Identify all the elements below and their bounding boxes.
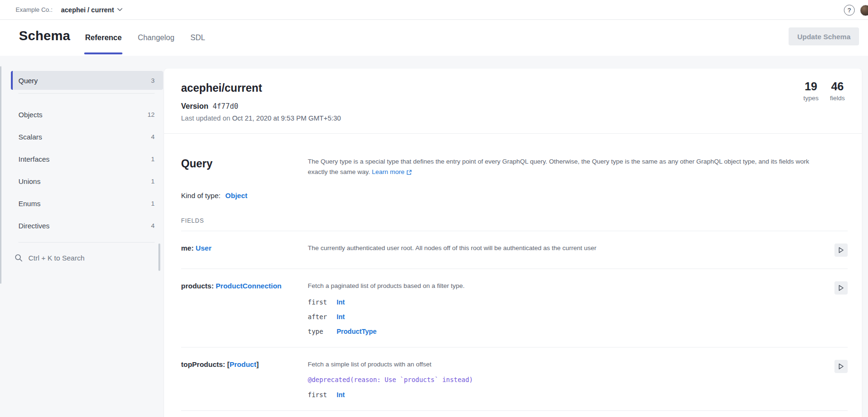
- type-description: The Query type is a special type that de…: [308, 156, 848, 177]
- field-row-me: me: User The currently authenticated use…: [181, 231, 848, 269]
- field-type-link[interactable]: Product: [230, 360, 257, 368]
- stat-value: 19: [805, 80, 817, 93]
- arg-type-link[interactable]: Int: [337, 298, 813, 306]
- sidebar-item-enums[interactable]: Enums 1: [11, 194, 163, 213]
- field-name: products:: [181, 282, 214, 290]
- graph-selector-value: acephei / current: [61, 6, 114, 14]
- field-detail: Fetch a paginated list of products based…: [308, 281, 834, 335]
- last-updated: Last updated on Oct 21, 2020 at 9:53 PM …: [181, 114, 845, 122]
- sidebar-item-count: 3: [151, 77, 155, 84]
- sidebar-item-count: 4: [151, 133, 155, 140]
- graph-summary: acephei/current Version 4f77d0 Last upda…: [164, 69, 862, 122]
- play-icon: [838, 363, 844, 370]
- run-in-explorer-button[interactable]: [834, 243, 848, 257]
- field-description: Fetch a paginated list of products based…: [308, 281, 813, 291]
- page-scrollbar-track: [0, 56, 1, 417]
- divider: [18, 93, 155, 94]
- field-name: topProducts:: [181, 360, 225, 368]
- sidebar-scrollbar-thumb[interactable]: [158, 243, 160, 271]
- field-type-link[interactable]: User: [196, 244, 211, 252]
- arg-name: type: [308, 328, 337, 335]
- tab-changelog[interactable]: Changelog: [137, 20, 175, 56]
- stat-label: fields: [830, 95, 845, 102]
- sidebar-item-label: Directives: [18, 222, 50, 230]
- sidebar-item-label: Query: [18, 77, 38, 85]
- arg-row-type: type ProductType: [308, 328, 813, 335]
- field-type-link[interactable]: ProductConnection: [216, 282, 281, 290]
- sidebar-item-query[interactable]: Query 3: [11, 71, 163, 90]
- sidebar-item-objects[interactable]: Objects 12: [11, 105, 163, 124]
- arg-type-link[interactable]: Int: [337, 313, 813, 321]
- kind-object-link[interactable]: Object: [226, 191, 248, 200]
- field-signature: products: ProductConnection: [181, 281, 308, 290]
- field-row-products: products: ProductConnection Fetch a pagi…: [181, 269, 848, 347]
- learn-more-link[interactable]: Learn more: [372, 167, 412, 177]
- last-updated-prefix: Last updated on: [181, 114, 230, 122]
- sidebar-item-label: Objects: [18, 111, 43, 119]
- sidebar-item-label: Enums: [18, 200, 41, 208]
- schema-reference-card: acephei/current Version 4f77d0 Last upda…: [164, 69, 862, 417]
- field-description: Fetch a simple list of products with an …: [308, 360, 813, 369]
- arg-name: first: [308, 391, 337, 399]
- arg-type-link[interactable]: Int: [337, 391, 813, 399]
- stat-fields: 46 fields: [830, 80, 845, 102]
- field-row-topproducts: topProducts: [Product] Fetch a simple li…: [181, 348, 848, 410]
- help-icon[interactable]: ?: [844, 5, 855, 16]
- update-schema-button[interactable]: Update Schema: [789, 27, 859, 45]
- deprecated-annotation: @deprecated(reason: Use `products` inste…: [308, 376, 813, 383]
- type-section-query: Query The Query type is a special type t…: [164, 134, 862, 411]
- tab-bar: Reference Changelog SDL: [84, 20, 206, 56]
- sidebar-item-directives[interactable]: Directives 4: [11, 216, 163, 235]
- search-trigger[interactable]: Ctrl + K to Search: [11, 248, 163, 267]
- field-signature: me: User: [181, 243, 308, 252]
- tab-sdl[interactable]: SDL: [190, 20, 206, 56]
- sidebar-item-label: Unions: [18, 177, 41, 185]
- top-bar: Example Co.: acephei / current ?: [0, 0, 868, 20]
- version-value: 4f77d0: [213, 102, 238, 111]
- sidebar-item-count: 1: [151, 156, 155, 163]
- external-link-icon: [407, 170, 412, 175]
- arg-type-link[interactable]: ProductType: [337, 328, 813, 335]
- stat-label: types: [803, 95, 818, 102]
- schema-type-sidebar: Query 3 Objects 12 Scalars 4 Interfaces …: [11, 56, 163, 417]
- page-scrollbar-thumb[interactable]: [0, 66, 1, 284]
- sidebar-item-unions[interactable]: Unions 1: [11, 172, 163, 191]
- run-in-explorer-button[interactable]: [834, 281, 848, 295]
- kind-of-type-row: Kind of type: Object: [181, 191, 848, 200]
- search-hint: Ctrl + K to Search: [28, 254, 85, 262]
- avatar[interactable]: [860, 5, 868, 16]
- tab-reference[interactable]: Reference: [84, 20, 122, 56]
- field-signature: topProducts: [Product]: [181, 360, 308, 368]
- graph-title: acephei/current: [181, 82, 845, 95]
- sidebar-item-count: 12: [148, 111, 155, 118]
- chevron-down-icon: [117, 8, 122, 11]
- version-row: Version 4f77d0: [181, 102, 845, 111]
- arg-name: after: [308, 313, 337, 321]
- run-in-explorer-button[interactable]: [834, 360, 848, 373]
- type-name: Query: [181, 157, 308, 170]
- type-bracket: ]: [256, 360, 259, 368]
- sidebar-item-scalars[interactable]: Scalars 4: [11, 127, 163, 146]
- divider: [18, 242, 155, 243]
- field-args: first Int: [308, 391, 813, 399]
- play-icon: [838, 247, 844, 253]
- sidebar-item-label: Scalars: [18, 133, 42, 141]
- version-label: Version: [181, 102, 208, 111]
- type-header: Query The Query type is a special type t…: [181, 134, 848, 177]
- field-detail: Fetch a simple list of products with an …: [308, 360, 834, 399]
- graph-selector-dropdown[interactable]: acephei / current: [61, 6, 122, 14]
- page-title: Schema: [19, 28, 70, 43]
- last-updated-value: Oct 21, 2020 at 9:53 PM GMT+5:30: [232, 114, 341, 122]
- search-icon: [15, 254, 23, 262]
- help-glyph: ?: [848, 7, 851, 14]
- sidebar-item-count: 1: [151, 200, 155, 207]
- divider: [181, 410, 848, 411]
- field-description: The currently authenticated user root. A…: [308, 243, 813, 253]
- sidebar-item-count: 1: [151, 178, 155, 185]
- arg-name: first: [308, 298, 337, 306]
- sidebar-item-interfaces[interactable]: Interfaces 1: [11, 149, 163, 168]
- play-icon: [838, 285, 844, 291]
- arg-row-after: after Int: [308, 313, 813, 321]
- field-name: me:: [181, 244, 194, 252]
- field-args: first Int after Int type ProductType: [308, 298, 813, 335]
